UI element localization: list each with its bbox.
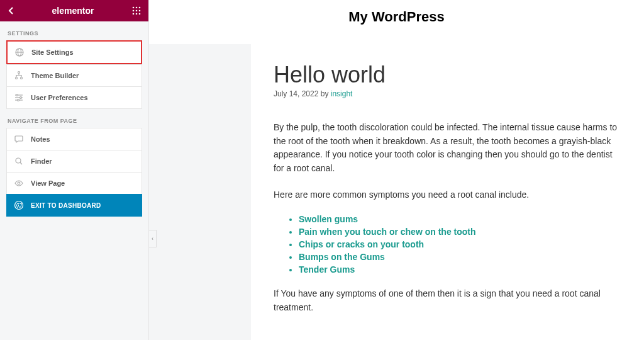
site-title: My WordPress [149, 0, 644, 34]
svg-point-12 [18, 72, 20, 74]
settings-section-label: SETTINGS [0, 21, 148, 40]
navigate-section-label: NAVIGATE FROM PAGE [0, 109, 148, 128]
eye-icon [13, 178, 25, 189]
post-paragraph: Here are more common symptoms you need a… [274, 188, 621, 202]
svg-point-6 [133, 13, 135, 15]
svg-point-1 [136, 7, 138, 9]
menu-item-user-preferences[interactable]: User Preferences [6, 86, 142, 109]
apps-icon[interactable] [132, 6, 141, 15]
svg-point-18 [20, 97, 22, 99]
list-item[interactable]: Swollen gums [299, 214, 621, 224]
post-paragraph: By the pulp, the tooth discoloration cou… [274, 121, 621, 176]
post-paragraph: If You have any symptoms of one of them … [274, 287, 621, 314]
sliders-icon [13, 92, 25, 103]
svg-point-23 [18, 182, 20, 184]
menu-item-notes[interactable]: Notes [6, 128, 142, 150]
hierarchy-icon [13, 70, 25, 81]
svg-point-24 [15, 201, 23, 210]
wordpress-icon [13, 200, 25, 211]
svg-line-22 [20, 162, 22, 164]
menu-item-exit-dashboard[interactable]: EXIT TO DASHBOARD [6, 194, 142, 217]
back-icon[interactable] [8, 6, 14, 15]
menu-item-label: EXIT TO DASHBOARD [31, 202, 101, 209]
globe-icon [14, 47, 25, 58]
svg-point-8 [139, 13, 141, 15]
post-body: By the pulp, the tooth discoloration cou… [274, 121, 621, 315]
menu-item-view-page[interactable]: View Page [6, 172, 142, 194]
menu-item-label: Site Settings [31, 48, 74, 56]
post-date: July 14, 2022 [274, 89, 318, 98]
post-article: Hello world July 14, 2022 by insight By … [251, 44, 644, 340]
post-author-link[interactable]: insight [331, 89, 353, 98]
svg-point-16 [16, 94, 18, 96]
svg-point-20 [18, 99, 19, 101]
svg-point-7 [136, 13, 138, 15]
post-meta: July 14, 2022 by insight [274, 89, 621, 98]
menu-item-label: View Page [31, 179, 65, 187]
settings-menu: Site Settings Theme Builder User Prefere… [0, 40, 148, 109]
menu-item-label: User Preferences [31, 94, 88, 101]
svg-point-13 [16, 77, 18, 79]
symptoms-list: Swollen gums Pain when you touch or chew… [274, 214, 621, 275]
menu-item-theme-builder[interactable]: Theme Builder [6, 64, 142, 86]
menu-item-label: Finder [31, 157, 52, 165]
navigate-menu: Notes Finder View Page EXIT TO DASHBOARD [0, 128, 148, 217]
menu-item-label: Notes [31, 135, 50, 143]
search-icon [13, 156, 25, 167]
sidebar-header: elementor [0, 0, 148, 21]
list-item[interactable]: Tender Gums [299, 264, 621, 275]
chat-icon [13, 133, 25, 145]
svg-point-2 [139, 7, 141, 9]
svg-point-14 [21, 77, 23, 79]
list-item[interactable]: Pain when you touch or chew on the tooth [299, 227, 621, 237]
svg-point-5 [139, 10, 141, 12]
svg-point-3 [133, 10, 135, 12]
menu-item-finder[interactable]: Finder [6, 150, 142, 172]
collapse-sidebar-handle[interactable]: ‹ [149, 230, 157, 247]
menu-item-site-settings[interactable]: Site Settings [6, 40, 142, 64]
list-item[interactable]: Bumps on the Gums [299, 252, 621, 262]
svg-point-21 [16, 158, 21, 163]
brand-logo: elementor [52, 6, 94, 16]
menu-item-label: Theme Builder [31, 72, 79, 79]
post-title: Hello world [274, 62, 621, 88]
preview-pane: My WordPress Hello world July 14, 2022 b… [149, 0, 644, 340]
sidebar: elementor SETTINGS Site Settings Theme B… [0, 0, 149, 340]
list-item[interactable]: Chips or cracks on your tooth [299, 239, 621, 249]
svg-point-0 [133, 7, 135, 9]
svg-point-4 [136, 10, 138, 12]
by-label: by [321, 89, 329, 98]
